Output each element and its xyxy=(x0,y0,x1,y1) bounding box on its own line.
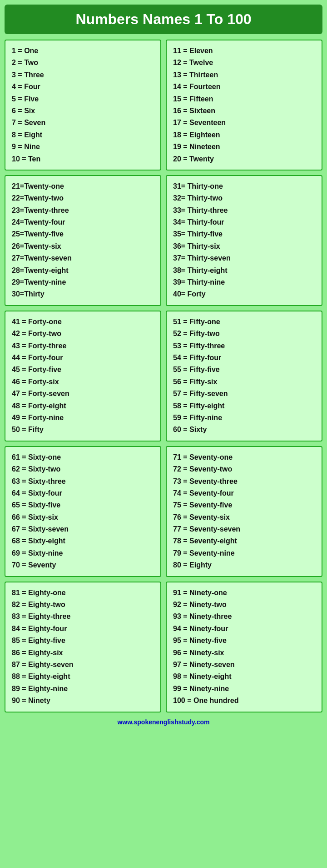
number-item: 86 = Eighty-six xyxy=(12,647,154,659)
number-item: 10 = Ten xyxy=(12,153,154,165)
number-item: 56 = Fifty-six xyxy=(173,376,315,388)
page-title: Numbers Names 1 To 100 xyxy=(5,5,322,34)
number-item: 68 = Sixty-eight xyxy=(12,535,154,547)
group-row-5: 81 = Eighty-one82 = Eighty-two83 = Eight… xyxy=(5,582,322,712)
footer: www.spokenenglishstudy.com xyxy=(5,718,322,730)
number-item: 53 = Fifty-three xyxy=(173,340,315,352)
number-item: 22=Twenty-two xyxy=(12,192,154,204)
number-item: 69 = Sixty-nine xyxy=(12,547,154,559)
number-item: 37= Thirty-seven xyxy=(173,252,315,264)
number-box-right-3: 51 = Fifty-one52 = Fifty-two53 = Fifty-t… xyxy=(166,311,322,442)
number-box-right-5: 91 = Ninety-one92 = Ninety-two93 = Ninet… xyxy=(166,582,322,712)
number-item: 63 = Sixty-three xyxy=(12,476,154,487)
number-item: 60 = Sixty xyxy=(173,424,315,436)
number-item: 11 = Eleven xyxy=(173,45,315,57)
number-item: 74 = Seventy-four xyxy=(173,487,315,499)
number-item: 27=Twenty-seven xyxy=(12,252,154,264)
number-item: 57 = Fifty-seven xyxy=(173,388,315,400)
number-item: 3 = Three xyxy=(12,69,154,81)
number-item: 61 = Sixty-one xyxy=(12,452,154,463)
number-item: 95 = Ninety-five xyxy=(173,635,315,647)
number-item: 67 = Sixty-seven xyxy=(12,523,154,535)
number-item: 5 = Five xyxy=(12,93,154,105)
number-item: 94 = Ninety-four xyxy=(173,623,315,635)
number-item: 51 = Fifty-one xyxy=(173,316,315,328)
number-item: 29=Twenty-nine xyxy=(12,276,154,288)
number-item: 9 = Nine xyxy=(12,141,154,153)
content-area: 1 = One2 = Two3 = Three4 = Four5 = Five6… xyxy=(5,40,322,712)
number-item: 84 = Eighty-four xyxy=(12,623,154,635)
group-row-3: 41 = Forty-one42 = Forty-two43 = Forty-t… xyxy=(5,311,322,442)
number-item: 99 = Ninety-nine xyxy=(173,683,315,695)
group-row-4: 61 = Sixty-one62 = Sixty-two63 = Sixty-t… xyxy=(5,446,322,577)
number-item: 34= Thirty-four xyxy=(173,216,315,228)
number-item: 83 = Eighty-three xyxy=(12,611,154,622)
number-item: 38= Thirty-eight xyxy=(173,265,315,276)
number-box-right-4: 71 = Seventy-one72 = Seventy-two73 = Sev… xyxy=(166,446,322,577)
number-item: 41 = Forty-one xyxy=(12,316,154,328)
number-item: 2 = Two xyxy=(12,57,154,69)
number-item: 87 = Eighty-seven xyxy=(12,659,154,671)
number-box-left-2: 21=Twenty-one22=Twenty-two23=Twenty-thre… xyxy=(5,175,161,306)
number-item: 28=Twenty-eight xyxy=(12,265,154,276)
number-item: 15 = Fifteen xyxy=(173,93,315,105)
number-item: 21=Twenty-one xyxy=(12,181,154,192)
number-item: 39= Thirty-nine xyxy=(173,276,315,288)
footer-link[interactable]: www.spokenenglishstudy.com xyxy=(117,718,209,726)
number-item: 76 = Seventy-six xyxy=(173,512,315,523)
number-item: 78 = Seventy-eight xyxy=(173,535,315,547)
number-item: 88 = Eighty-eight xyxy=(12,671,154,682)
number-item: 16 = Sixteen xyxy=(173,105,315,117)
number-item: 45 = Forty-five xyxy=(12,364,154,376)
number-item: 97 = Ninety-seven xyxy=(173,659,315,671)
number-item: 25=Twenty-five xyxy=(12,228,154,240)
number-item: 98 = Ninety-eight xyxy=(173,671,315,682)
number-box-left-1: 1 = One2 = Two3 = Three4 = Four5 = Five6… xyxy=(5,40,161,171)
number-item: 18 = Eighteen xyxy=(173,129,315,141)
number-item: 32= Thirty-two xyxy=(173,192,315,204)
number-item: 93 = Ninety-three xyxy=(173,611,315,622)
number-item: 58 = Fifty-eight xyxy=(173,400,315,412)
number-item: 42 = Forty-two xyxy=(12,328,154,340)
number-item: 54 = Fifty-four xyxy=(173,352,315,364)
number-item: 30=Thirty xyxy=(12,288,154,300)
number-item: 23=Twenty-three xyxy=(12,205,154,216)
number-item: 96 = Ninety-six xyxy=(173,647,315,659)
number-item: 82 = Eighty-two xyxy=(12,599,154,611)
number-item: 31= Thirty-one xyxy=(173,181,315,192)
number-item: 50 = Fifty xyxy=(12,424,154,436)
number-item: 6 = Six xyxy=(12,105,154,117)
number-item: 73 = Seventy-three xyxy=(173,476,315,487)
number-item: 75 = Seventy-five xyxy=(173,499,315,511)
number-item: 65 = Sixty-five xyxy=(12,499,154,511)
number-item: 20 = Twenty xyxy=(173,153,315,165)
group-row-1: 1 = One2 = Two3 = Three4 = Four5 = Five6… xyxy=(5,40,322,171)
number-item: 1 = One xyxy=(12,45,154,57)
number-item: 85 = Eighty-five xyxy=(12,635,154,647)
number-item: 43 = Forty-three xyxy=(12,340,154,352)
number-item: 12 = Twelve xyxy=(173,57,315,69)
number-item: 24=Twenty-four xyxy=(12,216,154,228)
number-item: 19 = Nineteen xyxy=(173,141,315,153)
number-item: 35= Thirty-five xyxy=(173,228,315,240)
number-item: 70 = Seventy xyxy=(12,559,154,571)
number-item: 17 = Seventeen xyxy=(173,117,315,129)
number-item: 80 = Eighty xyxy=(173,559,315,571)
number-item: 8 = Eight xyxy=(12,129,154,141)
number-item: 89 = Eighty-nine xyxy=(12,683,154,695)
number-box-left-5: 81 = Eighty-one82 = Eighty-two83 = Eight… xyxy=(5,582,161,712)
number-item: 71 = Seventy-one xyxy=(173,452,315,463)
number-item: 44 = Forty-four xyxy=(12,352,154,364)
number-item: 92 = Ninety-two xyxy=(173,599,315,611)
number-box-left-3: 41 = Forty-one42 = Forty-two43 = Forty-t… xyxy=(5,311,161,442)
number-item: 59 = Fifty-nine xyxy=(173,412,315,424)
number-item: 90 = Ninety xyxy=(12,695,154,707)
number-item: 33= Thirty-three xyxy=(173,205,315,216)
number-box-right-1: 11 = Eleven12 = Twelve13 = Thirteen14 = … xyxy=(166,40,322,171)
number-item: 100 = One hundred xyxy=(173,695,315,707)
number-item: 14 = Fourteen xyxy=(173,81,315,93)
number-item: 46 = Forty-six xyxy=(12,376,154,388)
number-item: 79 = Seventy-nine xyxy=(173,547,315,559)
number-item: 48 = Forty-eight xyxy=(12,400,154,412)
number-item: 26=Twenty-six xyxy=(12,241,154,252)
